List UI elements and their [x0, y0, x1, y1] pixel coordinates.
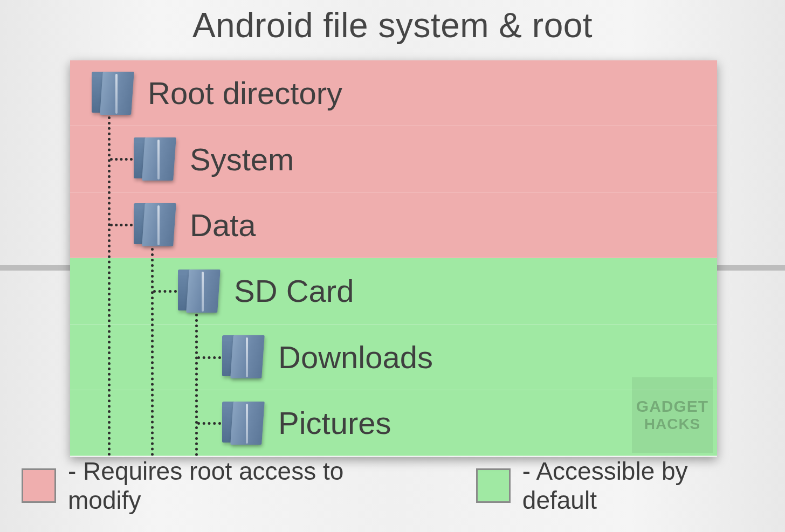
tree-label: Data: [190, 207, 256, 243]
tree-connector: [110, 158, 133, 161]
folder-icon: [222, 334, 264, 379]
filesystem-panel: Root directory System Data: [70, 60, 717, 457]
tree-label: Pictures: [278, 405, 391, 441]
legend-label-green: - Accessible by default: [522, 457, 763, 515]
watermark: GADGET HACKS: [632, 377, 713, 453]
tree-connector: [151, 248, 154, 456]
tree-row-system: System: [70, 126, 717, 192]
tree-label: System: [190, 141, 294, 177]
legend-swatch-green: [476, 468, 511, 503]
folder-icon: [92, 71, 134, 116]
folder-icon: [134, 136, 176, 182]
tree-label: Downloads: [278, 339, 433, 375]
folder-icon: [134, 202, 176, 247]
tree-connector: [110, 224, 133, 226]
folder-icon: [178, 268, 220, 314]
legend-swatch-red: [22, 468, 56, 503]
tree-connector: [153, 290, 177, 293]
tree-connector: [197, 356, 221, 359]
tree-connector: [195, 314, 198, 456]
tree-row-pictures: Pictures: [70, 390, 717, 456]
watermark-line1: GADGET: [636, 397, 708, 416]
tree-label: SD Card: [234, 273, 354, 309]
tree-label: Root directory: [148, 75, 342, 111]
folder-icon: [222, 400, 264, 446]
tree-row-data: Data: [70, 192, 717, 258]
tree-row-root: Root directory: [70, 60, 717, 126]
tree-row-downloads: Downloads: [70, 324, 717, 390]
watermark-line2: HACKS: [644, 416, 701, 433]
tree-connector: [108, 116, 111, 456]
legend: - Requires root access to modify - Acces…: [22, 457, 763, 515]
legend-label-red: - Requires root access to modify: [68, 457, 415, 515]
diagram-title: Android file system & root: [0, 0, 785, 45]
tree-connector: [197, 422, 221, 425]
